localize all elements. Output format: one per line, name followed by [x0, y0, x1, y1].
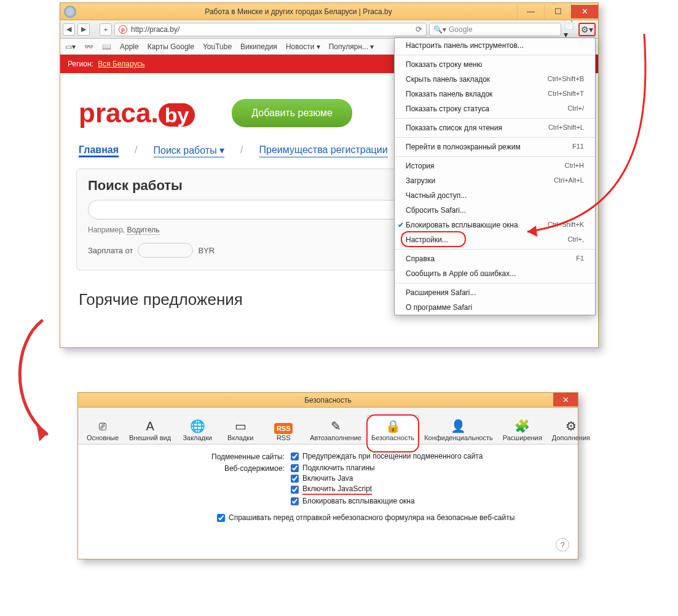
menu-item[interactable]: Показать строку статусаCtrl+/: [395, 101, 595, 116]
pref-label-forged: Подмененные сайты:: [94, 452, 291, 461]
window-maximize-button[interactable]: ☐: [544, 5, 571, 18]
region-selector[interactable]: Регион: Вся Беларусь: [60, 60, 152, 68]
region-label: Регион:: [68, 60, 93, 68]
bookmark-item[interactable]: Википедия: [240, 42, 277, 51]
pref-body: Подмененные сайты: Предупреждать при пос…: [78, 444, 578, 529]
pref-label-webcontent: Веб-содержимое:: [94, 464, 291, 473]
url-text: http://praca.by/: [131, 25, 179, 34]
menu-item[interactable]: Сообщить в Apple об ошибках...: [395, 266, 595, 281]
menu-item[interactable]: Сбросить Safari...: [395, 203, 595, 218]
menu-item[interactable]: ✔Блокировать всплывающие окнаCtrl+Shift+…: [395, 218, 595, 232]
site-favicon-icon: p: [119, 25, 127, 34]
nav-advantages[interactable]: Преимущества регистрации: [259, 144, 388, 157]
window-close-button[interactable]: ✕: [571, 5, 598, 18]
pref-tab-конфиденциальность[interactable]: 👤Конфиденциальность: [420, 415, 497, 444]
nav-search-jobs[interactable]: Поиск работы ▾: [154, 144, 225, 157]
gear-settings-button[interactable]: ⚙▾: [578, 23, 596, 36]
reading-list-icon[interactable]: 👓: [84, 42, 93, 51]
menu-item[interactable]: О программе Safari: [395, 300, 595, 315]
menu-item[interactable]: ИсторияCtrl+H: [395, 159, 595, 173]
region-value: Вся Беларусь: [98, 60, 144, 68]
pref-tab-основные[interactable]: ⎚Основные: [82, 415, 124, 444]
bookmarks-icon[interactable]: ▭▾: [65, 42, 76, 51]
pref-tab-внешний вид[interactable]: AВнешний вид: [125, 415, 175, 444]
reload-icon[interactable]: ⟳: [416, 25, 422, 34]
window-minimize-button[interactable]: —: [517, 5, 544, 18]
add-resume-button[interactable]: Добавить резюме: [232, 99, 352, 127]
forward-button[interactable]: ▶: [77, 23, 90, 36]
pref-tab-rss[interactable]: RSSRSS: [262, 420, 304, 444]
pref-tab-безопасность[interactable]: 🔒Безопасность: [367, 415, 419, 444]
pref-opt-warn-forged[interactable]: Предупреждать при посещении подмененного…: [291, 452, 483, 460]
browser-toolbar: ◀ ▶ + p http://praca.by/ ⟳ 🔍▾ Google 📄▾ …: [60, 20, 598, 39]
nav-main[interactable]: Главная: [79, 144, 119, 157]
menu-item[interactable]: Перейти в полноэкранный режимF11: [395, 140, 595, 154]
pref-tab-закладки[interactable]: 🌐Закладки: [176, 415, 218, 444]
menu-item[interactable]: Показать строку меню: [395, 57, 595, 72]
safari-browser-window: Работа в Минске и других городах Беларус…: [60, 2, 599, 348]
bookmark-item[interactable]: YouTube: [203, 42, 232, 51]
pref-tab-расширения[interactable]: 🧩Расширения: [499, 415, 546, 444]
site-logo[interactable]: praca.by: [79, 98, 195, 128]
window-controls: — ☐ ✕: [517, 5, 598, 18]
bookmarks-panel-icon[interactable]: 📖: [102, 42, 111, 51]
safari-preferences-window: Безопасность ✕ ⎚ОсновныеAВнешний вид🌐Зак…: [77, 392, 578, 559]
page-menu-icon[interactable]: 📄▾: [564, 23, 576, 36]
search-placeholder: Google: [449, 25, 473, 34]
menu-item[interactable]: Настроить панель инструментов...: [395, 38, 595, 53]
pref-titlebar: Безопасность ✕: [78, 393, 578, 408]
pref-tabs: ⎚ОсновныеAВнешний вид🌐Закладки▭ВкладкиRS…: [78, 408, 578, 444]
pref-opt-block-popups[interactable]: Блокировать всплывающие окна: [291, 497, 415, 505]
pref-opt-java[interactable]: Включить Java: [291, 474, 415, 483]
window-titlebar: Работа в Минске и других городах Беларус…: [60, 3, 598, 20]
menu-item[interactable]: Скрыть панель закладокCtrl+Shift+B: [395, 72, 595, 87]
pref-tab-вкладки[interactable]: ▭Вкладки: [219, 415, 261, 444]
menu-item[interactable]: Настройки...Ctrl+,: [395, 232, 595, 247]
menu-item[interactable]: Частный доступ...: [395, 188, 595, 203]
app-icon: [64, 6, 76, 18]
pref-tab-автозаполнение[interactable]: ✎Автозаполнение: [305, 415, 366, 444]
menu-item[interactable]: ЗагрузкиCtrl+Alt+L: [395, 173, 595, 188]
menu-item[interactable]: Показать список для чтенияCtrl+Shift+L: [395, 120, 595, 135]
help-button[interactable]: ?: [556, 538, 569, 551]
pref-opt-plugins[interactable]: Подключить плагины: [291, 464, 415, 472]
address-bar[interactable]: p http://praca.by/ ⟳: [114, 23, 427, 36]
pref-tab-дополнения[interactable]: ⚙Дополнения: [548, 415, 594, 444]
menu-item[interactable]: СправкаF1: [395, 251, 595, 266]
salary-label: Зарплата от: [88, 246, 133, 255]
pref-close-button[interactable]: ✕: [553, 393, 578, 406]
window-title: Работа в Минске и других городах Беларус…: [80, 7, 517, 16]
salary-input[interactable]: [138, 243, 193, 258]
bookmark-item[interactable]: Карты Google: [148, 42, 194, 51]
bookmark-item[interactable]: Новости ▾: [286, 42, 320, 51]
example-link[interactable]: Водитель: [127, 226, 159, 235]
svg-marker-1: [37, 427, 47, 441]
pref-title-text: Безопасность: [304, 396, 352, 405]
search-icon: 🔍▾: [433, 25, 446, 34]
menu-item[interactable]: Показать панель вкладокCtrl+Shift+T: [395, 87, 595, 101]
bookmark-item[interactable]: Apple: [120, 42, 139, 51]
pref-opt-ask-before-submit[interactable]: Спрашивать перед отправкой небезопасного…: [217, 513, 562, 522]
back-button[interactable]: ◀: [63, 23, 75, 36]
pref-opt-javascript[interactable]: Включить JavaScript: [291, 484, 415, 495]
bookmark-item[interactable]: Популярн... ▾: [329, 42, 374, 51]
salary-currency: BYR: [198, 246, 215, 255]
gear-dropdown-menu: Настроить панель инструментов...Показать…: [394, 38, 596, 315]
add-bookmark-button[interactable]: +: [100, 23, 112, 36]
search-bar[interactable]: 🔍▾ Google: [429, 23, 561, 36]
menu-item[interactable]: Расширения Safari...: [395, 285, 595, 300]
